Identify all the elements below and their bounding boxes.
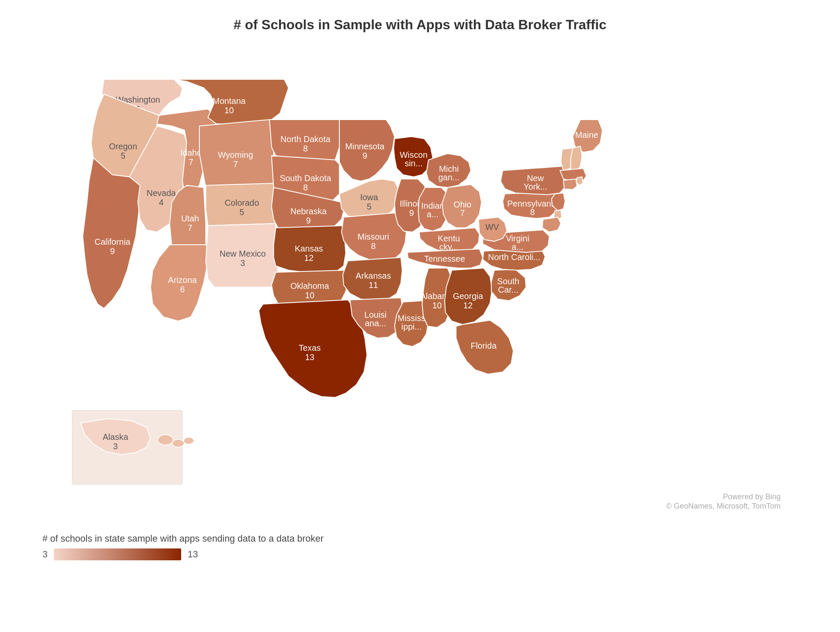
legend-area: # of schools in state sample with apps s… bbox=[42, 533, 324, 560]
attribution-line2: © GeoNames, Microsoft, TomTom bbox=[666, 502, 781, 510]
attribution-line1: Powered by Bing bbox=[723, 492, 781, 501]
state-OH[interactable] bbox=[442, 185, 482, 228]
legend-min: 3 bbox=[42, 549, 48, 560]
state-NM[interactable] bbox=[206, 224, 278, 287]
legend-title: # of schools in state sample with apps s… bbox=[42, 533, 324, 544]
legend-gradient bbox=[54, 548, 181, 560]
state-NY[interactable] bbox=[501, 166, 568, 195]
map-container: Washington 3 Oregon 5 California 9 Nevad… bbox=[38, 41, 802, 529]
state-CO[interactable] bbox=[206, 183, 278, 226]
state-KS[interactable] bbox=[274, 226, 346, 274]
state-MD[interactable] bbox=[542, 217, 561, 232]
state-WV[interactable] bbox=[479, 217, 507, 241]
svg-point-2 bbox=[172, 439, 184, 447]
svg-point-3 bbox=[184, 437, 194, 444]
state-AR[interactable] bbox=[343, 257, 402, 301]
state-HI[interactable] bbox=[158, 435, 173, 445]
state-WY[interactable] bbox=[199, 120, 274, 187]
legend-max: 13 bbox=[188, 549, 198, 560]
chart-title: # of Schools in Sample with Apps with Da… bbox=[234, 17, 607, 33]
legend-bar-row: 3 13 bbox=[42, 548, 198, 560]
state-PA[interactable] bbox=[503, 192, 559, 218]
state-CT[interactable] bbox=[563, 179, 577, 190]
